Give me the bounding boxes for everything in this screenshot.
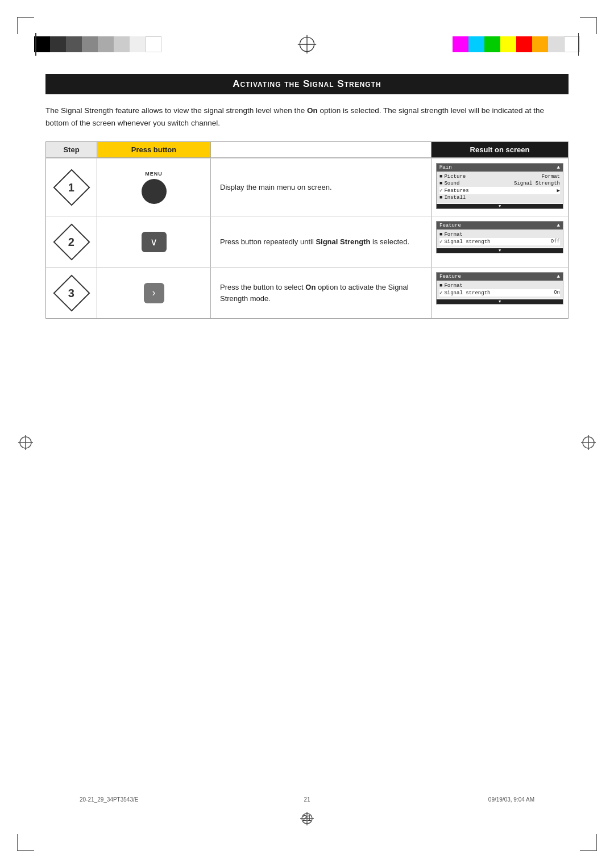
swatch-light-gray2	[548, 36, 564, 52]
step-1-screen-arrow-up: ▲	[557, 165, 560, 170]
step-1-screen-title: Main	[439, 165, 452, 170]
desc-header	[211, 142, 432, 158]
swatch-white	[146, 36, 161, 52]
step-1-diamond: 1	[53, 169, 90, 206]
side-crosshair-right	[580, 434, 597, 453]
step-1-screen: Main ▲ ■ Picture Format	[436, 163, 563, 209]
step-1-row-3: ✓ Features ▶	[439, 187, 560, 194]
step-2-number-cell: 2	[46, 216, 97, 267]
step-row-2: 2 ∨ Press button repeatedly until Signal…	[46, 216, 568, 267]
main-content: Activating the Signal Strength The Signa…	[45, 74, 569, 319]
step-1-number-cell: 1	[46, 158, 97, 216]
swatch-gray	[82, 36, 98, 52]
step-1-button-cell: MENU	[97, 158, 211, 216]
intro-text-part1: The Signal Strength feature allows to vi…	[45, 106, 307, 115]
step-2-screen-body: ■ Format ✓ Signal strength Off	[437, 229, 563, 247]
swatch-cyan	[468, 36, 484, 52]
swatch-yellow	[500, 36, 516, 52]
step-1-row1-left: ■ Picture	[439, 174, 466, 180]
step-1-screen-body: ■ Picture Format ■ Sound Signal Strength	[437, 172, 563, 203]
step-2-screen: Feature ▲ ■ Format	[436, 221, 563, 253]
bottom-crosshair-icon	[299, 811, 315, 827]
steps-header-row: Step Press button Result on screen	[46, 142, 568, 158]
step-2-desc-text: Press button repeatedly until Signal Str…	[220, 236, 409, 248]
step-2-row-2: ✓ Signal strength Off	[439, 238, 560, 245]
step-3-screen-body: ■ Format ✓ Signal strength On	[437, 281, 563, 298]
swatch-dk-gray	[50, 36, 66, 52]
step-1-row4-left: ■ Install	[439, 195, 466, 201]
swatch-lt-gray	[98, 36, 114, 52]
step-2-result: Feature ▲ ■ Format	[432, 216, 568, 267]
step-3-screen-header: Feature ▲	[437, 273, 563, 281]
step-1-desc: Display the main menu on screen.	[211, 158, 432, 216]
reg-mark-bottom-left	[17, 834, 34, 851]
color-swatches-right	[453, 36, 580, 52]
crosshair-icon	[297, 34, 317, 55]
title-text: Activating the Signal Strength	[233, 78, 381, 89]
vert-line-left	[35, 33, 36, 56]
swatch-black	[34, 36, 50, 52]
reg-mark-top-right	[580, 17, 597, 34]
step-1-row-1: ■ Picture Format	[439, 173, 560, 180]
steps-table: Step Press button Result on screen 1 MEN…	[45, 141, 569, 319]
page-title: Activating the Signal Strength	[45, 74, 569, 94]
result-header: Result on screen	[432, 142, 568, 158]
step-1-screen-header: Main ▲	[437, 164, 563, 172]
right-arrow-icon: ›	[152, 287, 156, 299]
step-2-row-1: ■ Format	[439, 231, 560, 238]
step-2-diamond: 2	[53, 223, 90, 260]
crosshair-center	[179, 34, 435, 55]
bw-swatches-left	[34, 36, 161, 52]
signal-strength-bold: Signal Strength	[316, 237, 370, 246]
step-3-number-cell: 3	[46, 268, 97, 318]
step-2-screen-header: Feature ▲	[437, 222, 563, 229]
step-1-btn-label: MENU	[145, 171, 163, 177]
reg-mark-bottom-right	[580, 834, 597, 851]
step-1-row-4: ■ Install	[439, 194, 560, 201]
step-1-num: 1	[68, 181, 74, 194]
side-crosshair-left	[17, 434, 34, 453]
step-3-right-button: ›	[144, 283, 164, 303]
step-3-row-1: ■ Format	[439, 282, 560, 289]
swatch-orange	[532, 36, 548, 52]
reg-mark-top-left	[17, 17, 34, 34]
step-header-label: Step	[63, 145, 79, 154]
step-1-row3-left: ✓ Features	[439, 187, 469, 194]
intro-bold: On	[307, 106, 318, 115]
step-1-screen-down-arrow: ▼	[499, 204, 501, 208]
step-2-screen-bottom: ▼	[437, 248, 563, 253]
step-2-down-button: ∨	[142, 232, 167, 252]
press-button-label: Press button	[131, 145, 176, 154]
top-bar	[34, 34, 580, 55]
step-1-row2-left: ■ Sound	[439, 181, 459, 186]
swatch-near-white	[130, 36, 146, 52]
step-2-screen-arrow-up: ▲	[557, 223, 560, 228]
step-header: Step	[46, 142, 97, 158]
step-1-desc-text: Display the main menu on screen.	[220, 182, 332, 193]
step-3-screen: Feature ▲ ■ Format	[436, 272, 563, 304]
step-2-screen-down-arrow: ▼	[499, 248, 501, 253]
step-1-menu-button	[142, 179, 167, 204]
step-1-result: Main ▲ ■ Picture Format	[432, 158, 568, 216]
step-row-1: 1 MENU Display the main menu on screen. …	[46, 158, 568, 216]
step-2-screen-title: Feature	[439, 223, 461, 228]
step-1-screen-bottom: ▼	[437, 204, 563, 208]
step-3-row2-left: ✓ Signal strength	[439, 290, 490, 296]
swatch-red	[516, 36, 532, 52]
left-crosshair-icon	[17, 434, 34, 451]
right-crosshair-icon	[580, 434, 597, 451]
swatch-pale-gray	[114, 36, 130, 52]
step-2-desc: Press button repeatedly until Signal Str…	[211, 216, 432, 267]
step-3-desc: Press the button to select On option to …	[211, 268, 432, 318]
step-2-row2-left: ✓ Signal strength	[439, 239, 490, 245]
vert-line-right	[578, 33, 579, 56]
footer-left: 20-21_29_34PT3543/E	[80, 796, 138, 803]
bottom-crosshair	[299, 811, 315, 828]
step-3-button-cell: ›	[97, 268, 211, 318]
step-3-screen-bottom: ▼	[437, 299, 563, 304]
on-bold: On	[305, 283, 316, 291]
intro-paragraph: The Signal Strength feature allows to vi…	[45, 105, 569, 129]
step-3-row1-left: ■ Format	[439, 283, 463, 289]
step-3-screen-down-arrow: ▼	[499, 299, 501, 304]
step-3-screen-arrow-up: ▲	[557, 274, 560, 279]
